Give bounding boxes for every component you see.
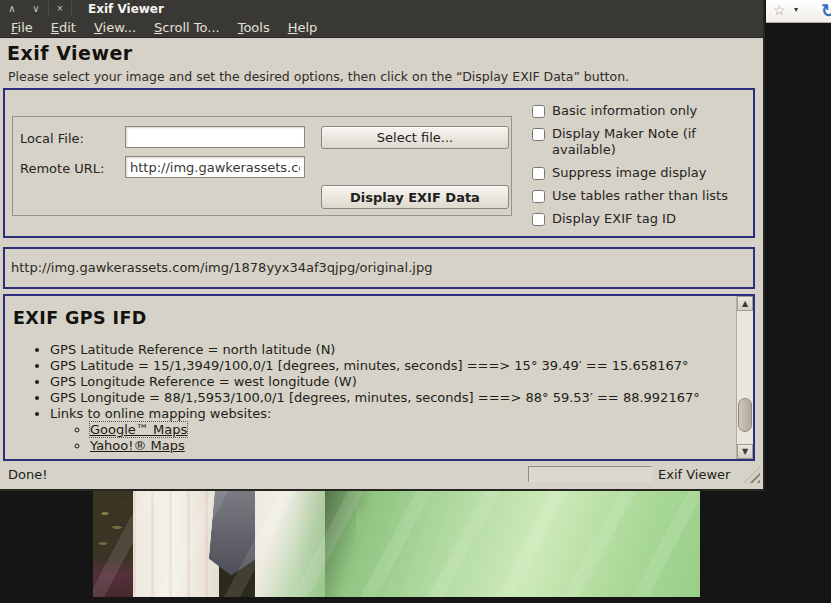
google-maps-link[interactable]: Google™ Maps xyxy=(90,422,187,437)
title-bar[interactable]: ∧ ∨ × Exif Viewer xyxy=(0,0,763,17)
url-echo-panel: http://img.gawkerassets.com/img/1878yyx3… xyxy=(3,247,755,289)
image-url-text: http://img.gawkerassets.com/img/1878yyx3… xyxy=(11,260,432,275)
checkbox-basic-information-only[interactable]: Basic information only xyxy=(532,103,752,119)
remote-url-label: Remote URL: xyxy=(20,161,104,176)
bookmark-star-icon[interactable]: ☆ xyxy=(773,2,786,18)
checkbox-use-tables-box[interactable] xyxy=(532,190,545,203)
map-links-list: Google™ Maps Yahoo!® Maps xyxy=(50,422,733,454)
local-file-input[interactable] xyxy=(125,126,305,148)
menu-view[interactable]: View... xyxy=(85,19,145,36)
menu-tools[interactable]: Tools xyxy=(229,19,279,36)
list-item: Yahoo!® Maps xyxy=(90,438,733,454)
local-file-label: Local File: xyxy=(20,131,84,146)
scrollbar-thumb[interactable] xyxy=(738,398,752,432)
window-unshade-icon[interactable]: ∨ xyxy=(24,1,48,16)
list-item: GPS Latitude Reference = north latitude … xyxy=(50,342,733,358)
menu-bar: File Edit View... Scroll To... Tools Hel… xyxy=(0,17,763,38)
checkbox-display-exif-tag-id-box[interactable] xyxy=(532,213,545,226)
reload-icon[interactable]: ↻ xyxy=(821,0,831,21)
status-text: Done! xyxy=(8,467,47,482)
list-item-text: Links to online mapping websites: xyxy=(50,406,271,421)
window-close-icon[interactable]: × xyxy=(48,1,72,16)
display-exif-data-button[interactable]: Display EXIF Data xyxy=(321,185,509,209)
select-file-button[interactable]: Select file... xyxy=(321,126,509,149)
checkbox-display-maker-note-box[interactable] xyxy=(532,128,545,141)
checkbox-label: Use tables rather than lists xyxy=(552,188,728,204)
background-photo xyxy=(93,490,700,597)
window-title: Exif Viewer xyxy=(88,2,164,16)
list-item: GPS Longitude = 88/1,5953/100,0/1 [degre… xyxy=(50,390,733,406)
browser-toolbar-strip: ☆ ▾ ↻ xyxy=(766,0,831,23)
list-item: Links to online mapping websites: Google… xyxy=(50,406,733,454)
checkbox-suppress-image-display[interactable]: Suppress image display xyxy=(532,165,752,181)
menu-edit[interactable]: Edit xyxy=(42,19,85,36)
gps-data-list: GPS Latitude Reference = north latitude … xyxy=(5,342,733,454)
checkbox-display-exif-tag-id[interactable]: Display EXIF tag ID xyxy=(532,211,752,227)
page-title: Exif Viewer xyxy=(7,42,133,64)
window-shade-icon[interactable]: ∧ xyxy=(0,1,24,16)
checkbox-basic-information-only-box[interactable] xyxy=(532,105,545,118)
scroll-up-icon[interactable]: ▲ xyxy=(737,296,753,311)
page-instructions: Please select your image and set the des… xyxy=(8,69,629,84)
resize-grip[interactable] xyxy=(744,467,760,483)
checkbox-label: Suppress image display xyxy=(552,165,707,181)
photo-green-leaf xyxy=(93,490,700,597)
options-checkbox-group: Basic information only Display Maker Not… xyxy=(532,103,752,234)
menu-file[interactable]: File xyxy=(2,19,42,36)
checkbox-label: Basic information only xyxy=(552,103,697,119)
status-app-label: Exif Viewer xyxy=(658,467,730,482)
remote-url-input[interactable] xyxy=(125,156,305,178)
scroll-down-icon[interactable]: ▼ xyxy=(737,444,753,459)
list-item: Google™ Maps xyxy=(90,422,733,438)
list-item: GPS Longitude Reference = west longitude… xyxy=(50,374,733,390)
yahoo-maps-link[interactable]: Yahoo!® Maps xyxy=(90,438,185,453)
results-heading: EXIF GPS IFD xyxy=(13,308,147,328)
list-item: GPS Latitude = 15/1,3949/100,0/1 [degree… xyxy=(50,358,733,374)
checkbox-suppress-image-display-box[interactable] xyxy=(532,167,545,180)
chevron-down-icon[interactable]: ▾ xyxy=(794,5,798,14)
progress-bar xyxy=(528,466,652,482)
results-panel: EXIF GPS IFD GPS Latitude Reference = no… xyxy=(3,294,755,461)
menu-scroll-to[interactable]: Scroll To... xyxy=(145,19,229,36)
checkbox-use-tables[interactable]: Use tables rather than lists xyxy=(532,188,752,204)
menu-help[interactable]: Help xyxy=(279,19,327,36)
checkbox-label: Display Maker Note (if available) xyxy=(552,126,752,158)
checkbox-label: Display EXIF tag ID xyxy=(552,211,676,227)
status-bar: Done! Exif Viewer xyxy=(0,461,763,489)
form-panel: Local File: Select file... Remote URL: D… xyxy=(3,88,755,238)
checkbox-display-maker-note[interactable]: Display Maker Note (if available) xyxy=(532,126,752,158)
exif-viewer-window: ∧ ∨ × Exif Viewer File Edit View... Scro… xyxy=(0,0,765,491)
vertical-scrollbar[interactable]: ▲ ▼ xyxy=(736,296,753,459)
